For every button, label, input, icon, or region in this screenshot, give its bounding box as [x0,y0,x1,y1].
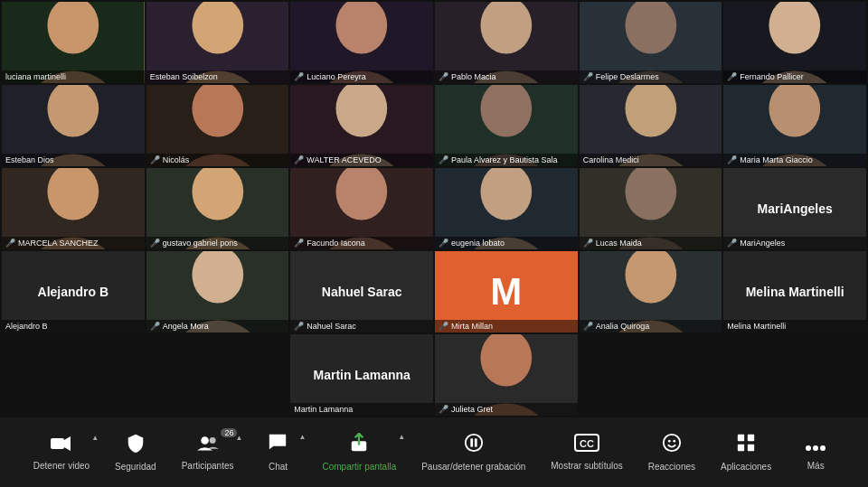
reactions-icon [662,433,682,458]
video-tile-12: 🎤 Maria Marta Giaccio [723,85,866,166]
center-display-name: MariAngeles [750,194,840,223]
toolbar-btn-wrap-more: Más [784,426,847,478]
participant-name: Mirta Millan [451,322,493,331]
center-display-name: Martin Lamanna [306,361,417,389]
participant-name: Melina Martinelli [727,322,786,331]
dropdown-arrow-video: ▲ [91,434,99,442]
toolbar-btn-wrap-pause: Pausar/detener grabación [409,426,538,479]
security-button[interactable]: Seguridad [102,426,169,479]
participants-icon [197,434,219,457]
pause-icon [464,433,484,458]
tile-name-overlay: 🎤 Angela Mora [146,320,289,332]
video-tile-7: Esteban Dios [2,85,145,166]
participant-name: Nicolás [163,155,190,164]
reactions-button[interactable]: Reacciones [636,426,708,479]
svg-point-63 [209,437,215,444]
video-tile-blank-0 [2,334,145,416]
tile-name-overlay: 🎤 Nahuel Sarac [290,320,433,332]
toolbar-btn-wrap-apps: Aplicaciones [708,426,784,479]
tile-name-overlay: Melina Martinelli [723,320,866,332]
video-tile-3: 🎤 Luciano Pereyra [290,2,433,83]
video-tile-16: 🎤 eugenia lobato [435,168,578,249]
participant-name: Luciano Pereyra [307,72,366,81]
participant-name: luciana martinelli [5,72,66,81]
video-tile-10: 🎤 Paula Alvarez y Bautista Sala [435,85,578,166]
participant-name: Carolina Medici [583,155,639,164]
participant-name: gustavo gabriel pons [163,239,238,248]
video-tile-6: 🎤 Fernando Pallicer [723,2,866,83]
video-tile-blank-1 [146,334,289,416]
tile-name-overlay: 🎤 Felipe Deslarmes [580,70,722,83]
participant-name: Fernando Pallicer [740,72,804,81]
video-tile-5: 🎤 Felipe Deslarmes [580,2,722,83]
svg-point-79 [820,445,826,451]
participant-name: WALTER ACEVEDO [307,155,382,164]
video-button[interactable]: Detener video ▲ [21,426,102,478]
dropdown-arrow-share: ▲ [398,433,405,441]
tile-name-overlay: 🎤 Pablo Macia [435,70,578,83]
svg-point-71 [668,440,671,443]
video-tile-blank-end-0 [580,334,722,416]
svg-point-70 [664,435,680,451]
cc-label: Mostrar subtítulos [551,461,622,471]
tile-name-overlay: 🎤 Mirta Millan [435,320,578,332]
video-tile-2: Esteban Soibelzon [146,2,289,83]
security-label: Seguridad [115,462,156,472]
avatar-letter: M [490,270,522,314]
apps-label: Aplicaciones [721,462,771,472]
video-tile-11: Carolina Medici [580,85,722,166]
dropdown-arrow-chat: ▲ [299,433,307,441]
participant-name: MARCELA SANCHEZ [18,239,99,248]
participant-name: Nahuel Sarac [307,322,356,331]
tile-name-overlay: 🎤 WALTER ACEVEDO [290,154,433,166]
pause-button[interactable]: Pausar/detener grabación [409,426,538,479]
mic-icon: 🎤 [150,239,160,248]
video-tile-1: luciana martinelli [2,2,145,83]
mic-icon: 🎤 [439,72,448,81]
svg-rect-76 [748,445,754,451]
cc-button[interactable]: CC Mostrar subtítulos [538,426,635,478]
participant-name: Analia Quiroga [596,322,650,331]
tile-name-overlay: 🎤 gustavo gabriel pons [146,237,289,249]
mic-icon: 🎤 [294,239,304,248]
share-button[interactable]: Compartir pantalla ▲ [309,426,409,479]
center-display-name: Nahuel Sarac [315,277,410,306]
video-tile-17: 🎤 Lucas Maida [580,168,722,249]
tile-name-overlay: 🎤 Luciano Pereyra [290,70,433,83]
video-icon [51,434,72,457]
apps-button[interactable]: Aplicaciones [708,426,784,479]
svg-point-72 [673,440,675,443]
participant-name: MariAngeles [740,239,785,248]
svg-point-78 [813,445,818,451]
tile-name-overlay: 🎤 MariAngeles [723,237,866,249]
tile-name-overlay: 🎤 Maria Marta Giaccio [723,154,866,166]
tile-name-overlay: 🎤 Fernando Pallicer [723,70,866,83]
video-tile-8: 🎤 Nicolás [146,85,289,166]
svg-rect-73 [738,435,744,441]
tile-name-overlay: 🎤 MARCELA SANCHEZ [2,237,145,249]
mic-icon: 🎤 [439,405,448,414]
mic-icon: 🎤 [439,155,448,164]
tile-name-overlay: Alejandro B [2,320,145,332]
chat-button[interactable]: Chat ▲ [246,426,309,479]
mic-icon: 🎤 [439,322,448,331]
svg-marker-61 [64,436,71,451]
video-tile-blank-end-1 [723,334,866,416]
svg-rect-75 [738,445,744,451]
center-display-name: Alejandro B [31,277,117,306]
mic-icon: 🎤 [150,155,160,164]
participant-name: Facundo Iacona [307,239,365,248]
video-tile-15: 🎤 Facundo Iacona [290,168,433,249]
toolbar-btn-wrap-participants: 26 Participantes ▲ [169,426,247,478]
more-button[interactable]: Más [784,426,847,478]
participant-name: Felipe Deslarmes [596,72,659,81]
participant-name: Paula Alvarez y Bautista Sala [451,155,558,164]
participants-button[interactable]: 26 Participantes ▲ [169,426,247,478]
video-label: Detener video [33,461,90,471]
participant-name: Lucas Maida [596,239,642,248]
tile-name-overlay: 🎤 Nicolás [146,154,289,166]
svg-rect-60 [51,438,64,449]
share-icon [349,433,369,458]
mic-icon: 🎤 [439,239,448,248]
svg-point-77 [806,445,811,451]
